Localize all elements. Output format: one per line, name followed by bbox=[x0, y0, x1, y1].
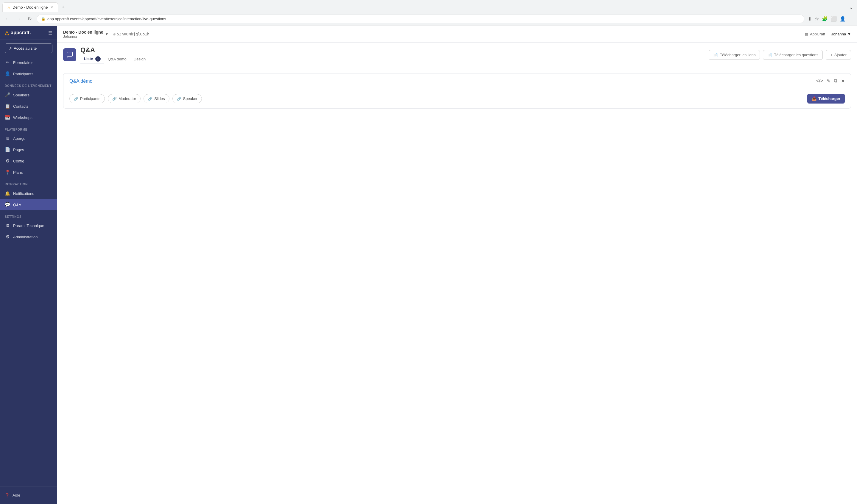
speakers-icon: 🎤 bbox=[5, 92, 10, 98]
sidebar-footer: ❓ Aide bbox=[0, 486, 57, 504]
embed-code-icon[interactable]: </> bbox=[816, 78, 823, 84]
telecharger-liens-button[interactable]: 📄 Télécharger les liens bbox=[709, 50, 760, 60]
formulaires-label: Formulaires bbox=[13, 60, 34, 65]
browser-tab-active[interactable]: △ Demo - Doc en ligne ✕ bbox=[2, 2, 58, 12]
header-right: ▦ AppCraft Johanna ▼ bbox=[805, 32, 851, 36]
sidebar-item-workshops[interactable]: 📅 Workshops bbox=[0, 112, 57, 123]
appcraft-label: AppCraft bbox=[810, 32, 825, 36]
access-site-button[interactable]: ↗ Accès au site bbox=[5, 44, 52, 53]
user-dropdown-icon: ▼ bbox=[847, 32, 851, 36]
menu-icon[interactable]: ⋮ bbox=[848, 16, 853, 22]
sidebar-item-notifications[interactable]: 🔔 Notifications bbox=[0, 188, 57, 199]
copy-icon[interactable]: ⧉ bbox=[834, 78, 837, 84]
qa-label: Q&A bbox=[13, 203, 21, 207]
telecharger-questions-label: Télécharger les questions bbox=[774, 53, 818, 57]
administration-label: Administration bbox=[13, 235, 37, 239]
sidebar-item-pages[interactable]: 📄 Pages bbox=[0, 144, 57, 155]
app: △ appcraft. ☰ ↗ Accès au site ✏ Formulai… bbox=[0, 26, 857, 504]
config-label: Config bbox=[13, 159, 24, 163]
download-links-icon: 📄 bbox=[713, 53, 718, 57]
apercu-label: Aperçu bbox=[13, 136, 25, 141]
ajouter-label: Ajouter bbox=[834, 53, 846, 57]
sidebar-item-plans[interactable]: 📍 Plans bbox=[0, 167, 57, 178]
qa-links: Participants Moderator Slides Speaker bbox=[69, 94, 202, 103]
tab-qa-demo-label: Q&A démo bbox=[108, 57, 127, 61]
tab-design[interactable]: Design bbox=[130, 56, 149, 63]
event-id: # 53nX0MbjqlOo1h bbox=[113, 32, 149, 36]
menu-toggle-button[interactable]: ☰ bbox=[48, 30, 52, 36]
page-actions: 📄 Télécharger les liens 📄 Télécharger le… bbox=[709, 50, 851, 60]
profile-icon[interactable]: 👤 bbox=[840, 16, 846, 22]
formulaires-icon: ✏ bbox=[5, 60, 10, 65]
event-user: Johanna bbox=[63, 35, 103, 39]
aide-label: Aide bbox=[13, 493, 20, 498]
plans-icon: 📍 bbox=[5, 170, 10, 175]
tab-liste-badge: 1 bbox=[95, 56, 101, 62]
link-moderator-button[interactable]: Moderator bbox=[108, 94, 140, 103]
delete-icon[interactable]: ✕ bbox=[841, 78, 845, 84]
download-card-icon: 📥 bbox=[812, 97, 817, 101]
ajouter-button[interactable]: + Ajouter bbox=[826, 50, 851, 60]
sidebar-item-speakers[interactable]: 🎤 Speakers bbox=[0, 89, 57, 101]
page-header: Q&A Liste 1 Q&A démo Design 📄 bbox=[57, 42, 857, 67]
link-speaker-button[interactable]: Speaker bbox=[172, 94, 202, 103]
extensions-icon[interactable]: 🧩 bbox=[822, 16, 828, 22]
param-technique-icon: 🖥 bbox=[5, 223, 10, 228]
access-icon: ↗ bbox=[9, 46, 12, 51]
sidebar-item-contacts[interactable]: 📋 Contacts bbox=[0, 101, 57, 112]
sidebar-item-administration[interactable]: ⚙ Administration bbox=[0, 231, 57, 242]
link-slides-button[interactable]: Slides bbox=[144, 94, 169, 103]
sidebar-item-param-technique[interactable]: 🖥 Param. Technique bbox=[0, 220, 57, 231]
back-button[interactable]: ← bbox=[4, 15, 11, 23]
address-bar: ← → ↻ 🔒 app.appcraft.events/appcraft/eve… bbox=[0, 12, 857, 25]
config-icon: ⚙ bbox=[5, 158, 10, 163]
link-participants-button[interactable]: Participants bbox=[69, 94, 105, 103]
tab-design-label: Design bbox=[134, 57, 146, 61]
qa-card: Q&A démo </> ✎ ⧉ ✕ Participants Mo bbox=[63, 73, 851, 109]
aide-item[interactable]: ❓ Aide bbox=[5, 491, 52, 499]
event-selector[interactable]: Demo - Doc en ligne Johanna ▼ bbox=[63, 30, 108, 39]
sidebar-item-qa[interactable]: 💬 Q&A bbox=[0, 199, 57, 210]
content-area: Q&A démo </> ✎ ⧉ ✕ Participants Mo bbox=[57, 67, 857, 504]
link-speaker-label: Speaker bbox=[183, 97, 198, 101]
user-menu[interactable]: Johanna ▼ bbox=[831, 32, 851, 36]
telecharger-card-button[interactable]: 📥 Télécharger bbox=[807, 94, 845, 104]
sidebar-item-config[interactable]: ⚙ Config bbox=[0, 155, 57, 167]
contacts-icon: 📋 bbox=[5, 104, 10, 109]
tab-title: Demo - Doc en ligne bbox=[13, 5, 48, 10]
notifications-icon: 🔔 bbox=[5, 191, 10, 196]
telecharger-card-label: Télécharger bbox=[818, 97, 840, 101]
hash-icon: # bbox=[113, 32, 116, 36]
tab-list-button[interactable]: ⌄ bbox=[848, 3, 855, 12]
new-tab-button[interactable]: + bbox=[59, 3, 67, 12]
fullscreen-icon[interactable]: ⬜ bbox=[831, 16, 837, 22]
section-label-interaction: INTERACTION bbox=[0, 178, 57, 188]
sidebar-item-apercu[interactable]: 🖥 Aperçu bbox=[0, 133, 57, 144]
param-technique-label: Param. Technique bbox=[13, 223, 44, 228]
share-icon[interactable]: ⬆ bbox=[808, 16, 812, 22]
link-participants-label: Participants bbox=[80, 97, 100, 101]
tab-liste[interactable]: Liste 1 bbox=[80, 55, 104, 63]
tab-close-button[interactable]: ✕ bbox=[50, 5, 53, 9]
edit-icon[interactable]: ✎ bbox=[827, 78, 830, 84]
url-bar[interactable]: 🔒 app.appcraft.events/appcraft/event/exe… bbox=[37, 15, 804, 23]
telecharger-liens-label: Télécharger les liens bbox=[720, 53, 755, 57]
aide-icon: ❓ bbox=[5, 493, 10, 498]
link-moderator-label: Moderator bbox=[118, 97, 136, 101]
forward-button[interactable]: → bbox=[15, 15, 23, 23]
top-header: Demo - Doc en ligne Johanna ▼ # 53nX0Mbj… bbox=[57, 26, 857, 42]
workshops-label: Workshops bbox=[13, 116, 32, 120]
reload-button[interactable]: ↻ bbox=[26, 14, 33, 23]
bookmark-icon[interactable]: ☆ bbox=[815, 16, 819, 22]
telecharger-questions-button[interactable]: 📄 Télécharger les questions bbox=[763, 50, 823, 60]
qa-card-header: Q&A démo </> ✎ ⧉ ✕ bbox=[64, 73, 851, 89]
url-text: app.appcraft.events/appcraft/event/exerc… bbox=[47, 17, 166, 21]
sidebar: △ appcraft. ☰ ↗ Accès au site ✏ Formulai… bbox=[0, 26, 57, 504]
tab-qa-demo[interactable]: Q&A démo bbox=[104, 56, 130, 63]
sidebar-item-formulaires[interactable]: ✏ Formulaires bbox=[0, 57, 57, 68]
sidebar-item-participants[interactable]: 👤 Participants bbox=[0, 68, 57, 80]
logo: △ appcraft. bbox=[5, 30, 31, 36]
section-label-donnees: DONNÉES DE L'ÉVÉNEMENT bbox=[0, 80, 57, 89]
page-title: Q&A bbox=[80, 46, 149, 54]
tab-favicon: △ bbox=[7, 5, 10, 10]
